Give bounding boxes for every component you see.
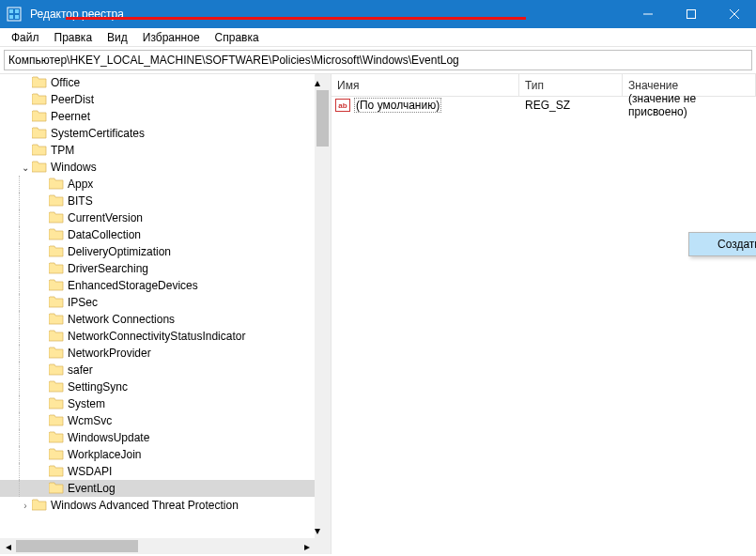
folder-icon: [49, 211, 64, 224]
tree-item[interactable]: EnhancedStorageDevices: [0, 277, 319, 294]
col-type[interactable]: Тип: [519, 74, 623, 96]
chevron-right-icon[interactable]: ›: [19, 501, 32, 511]
tree-item[interactable]: DriverSearching: [0, 260, 319, 277]
folder-icon: [49, 482, 64, 495]
tree-item[interactable]: WorkplaceJoin: [0, 446, 319, 463]
chevron-down-icon[interactable]: ⌄: [19, 162, 32, 173]
folder-icon: [49, 262, 64, 275]
close-button[interactable]: [713, 0, 756, 28]
tree-item[interactable]: WcmSvc: [0, 412, 319, 429]
menu-view[interactable]: Вид: [100, 29, 135, 46]
minimize-button[interactable]: [626, 0, 670, 28]
tree-label: System: [68, 397, 105, 410]
tree-label: Office: [51, 76, 80, 89]
tree-label: Windows: [51, 161, 97, 174]
values-pane: Имя Тип Значение ab (По умолчанию) REG_S…: [332, 74, 756, 554]
folder-icon: [32, 499, 47, 512]
app-icon: [0, 7, 28, 22]
value-name: (По умолчанию): [354, 98, 441, 113]
menu-favorites[interactable]: Избранное: [135, 29, 208, 46]
tree-item[interactable]: DataCollection: [0, 226, 319, 243]
tree-label: Windows Advanced Threat Protection: [51, 499, 239, 512]
tree-label: safer: [68, 363, 93, 377]
tree-item[interactable]: Network Connections: [0, 311, 319, 328]
svg-rect-2: [15, 9, 19, 13]
tree-item[interactable]: WSDAPI: [0, 463, 319, 480]
menu-help[interactable]: Справка: [208, 29, 267, 46]
tree-item[interactable]: BITS: [0, 193, 319, 209]
tree-item[interactable]: DeliveryOptimization: [0, 243, 319, 260]
folder-icon: [32, 161, 47, 174]
address-bar[interactable]: Компьютер\HKEY_LOCAL_MACHINE\SOFTWARE\Po…: [4, 50, 752, 70]
tree-item[interactable]: Office: [0, 74, 319, 91]
tree-label: SystemCertificates: [51, 127, 145, 140]
address-text: Компьютер\HKEY_LOCAL_MACHINE\SOFTWARE\Po…: [8, 54, 459, 67]
titlebar: Редактор реестра: [0, 0, 756, 28]
folder-icon: [32, 93, 47, 106]
tree-label: BITS: [68, 194, 93, 208]
tree-item[interactable]: ⌄Windows: [0, 159, 319, 176]
tree-item[interactable]: PeerDist: [0, 91, 319, 108]
tree-label: WindowsUpdate: [68, 431, 149, 444]
tree-label: Appx: [68, 178, 93, 191]
value-row[interactable]: ab (По умолчанию) REG_SZ (значение не пр…: [332, 97, 756, 114]
folder-icon: [49, 431, 64, 444]
tree-item[interactable]: NetworkConnectivityStatusIndicator: [0, 328, 319, 345]
tree-item[interactable]: TPM: [0, 142, 319, 159]
tree-item[interactable]: safer: [0, 362, 319, 378]
tree-label: SettingSync: [68, 380, 128, 394]
folder-icon: [49, 279, 64, 292]
folder-icon: [49, 448, 64, 461]
tree-item[interactable]: EventLog: [0, 480, 319, 497]
col-name[interactable]: Имя: [332, 74, 519, 96]
tree-label: NetworkProvider: [68, 347, 151, 360]
tree-label: DataCollection: [68, 228, 141, 241]
tree-item[interactable]: NetworkProvider: [0, 345, 319, 362]
tree-item[interactable]: WindowsUpdate: [0, 429, 319, 446]
tree-label: WcmSvc: [68, 414, 112, 427]
menu-create[interactable]: Создать ▶: [689, 233, 756, 255]
tree-item[interactable]: CurrentVersion: [0, 209, 319, 226]
folder-icon: [49, 245, 64, 258]
tree-label: WSDAPI: [68, 465, 112, 478]
string-value-icon: ab: [335, 99, 350, 112]
menu-edit[interactable]: Правка: [47, 29, 100, 46]
tree-item[interactable]: Peernet: [0, 108, 319, 125]
tree-item[interactable]: SettingSync: [0, 378, 319, 395]
tree-label: Network Connections: [68, 313, 175, 326]
tree-label: CurrentVersion: [68, 211, 143, 224]
folder-icon: [32, 144, 47, 157]
folder-icon: [49, 347, 64, 360]
menu-file[interactable]: Файл: [4, 29, 47, 46]
annotation-underline: [66, 17, 526, 20]
folder-icon: [49, 397, 64, 410]
folder-icon: [49, 178, 64, 191]
tree-item[interactable]: SystemCertificates: [0, 125, 319, 142]
folder-icon: [49, 194, 64, 208]
tree-label: Peernet: [51, 110, 90, 123]
folder-icon: [49, 330, 64, 343]
folder-icon: [49, 228, 64, 241]
tree-item[interactable]: IPSec: [0, 294, 319, 311]
folder-icon: [49, 465, 64, 478]
tree-item[interactable]: System: [0, 395, 319, 412]
content: OfficePeerDistPeernetSystemCertificatesT…: [0, 73, 756, 554]
tree-pane: OfficePeerDistPeernetSystemCertificatesT…: [0, 74, 332, 554]
tree-hscroll-thumb[interactable]: [16, 540, 138, 552]
tree-hscrollbar[interactable]: ◂ ▸: [0, 538, 315, 554]
tree-item[interactable]: Appx: [0, 176, 319, 193]
folder-icon: [32, 110, 47, 123]
tree-label: NetworkConnectivityStatusIndicator: [68, 330, 245, 343]
tree-label: DriverSearching: [68, 262, 148, 275]
value-data: (значение не присвоено): [623, 92, 756, 118]
tree-item[interactable]: ›Windows Advanced Threat Protection: [0, 497, 319, 514]
maximize-button[interactable]: [670, 0, 713, 28]
tree-label: WorkplaceJoin: [68, 448, 141, 461]
tree-vscrollbar[interactable]: ▴ ▾: [315, 74, 331, 554]
value-type: REG_SZ: [519, 99, 623, 112]
folder-icon: [49, 363, 64, 377]
context-menu-new: Создать ▶: [688, 232, 756, 256]
tree-vscroll-thumb[interactable]: [316, 90, 329, 147]
tree-label: IPSec: [68, 296, 98, 309]
tree-label: EventLog: [68, 482, 116, 495]
